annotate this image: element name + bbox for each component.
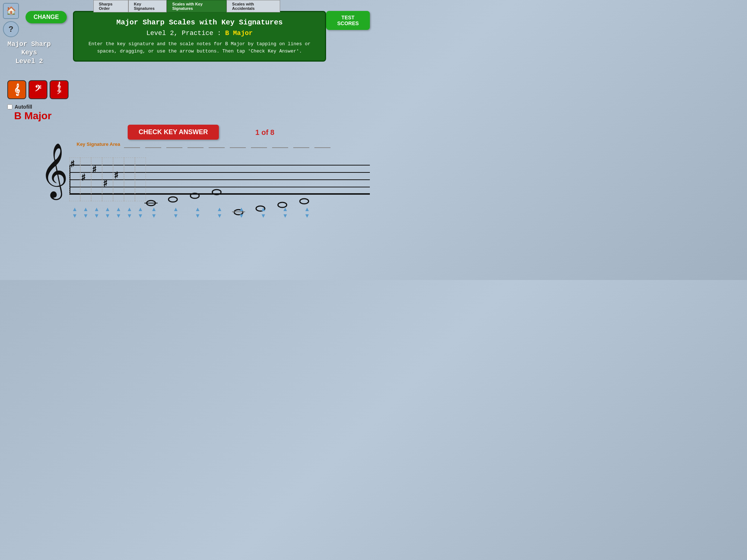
- arrow-down-3[interactable]: ▼: [94, 213, 100, 219]
- scale-arrow-col-8: ▲ ▼: [302, 206, 312, 219]
- note-cs[interactable]: [168, 196, 178, 205]
- home-button[interactable]: 🏠: [3, 3, 19, 19]
- scale-arrow-down-2[interactable]: ▼: [173, 213, 179, 219]
- ledger-line: [124, 147, 140, 148]
- sharp-1: ♯: [70, 159, 75, 169]
- ledger-line: [293, 147, 309, 148]
- scale-arrow-down-1[interactable]: ▼: [151, 213, 157, 219]
- arrow-col-4: ▲ ▼: [102, 206, 113, 219]
- arrow-up-7[interactable]: ▲: [138, 206, 143, 213]
- key-sig-arrows: ▲ ▼ ▲ ▼ ▲ ▼ ▲ ▼ ▲ ▼ ▲ ▼: [69, 206, 146, 219]
- scale-arrow-up-4[interactable]: ▲: [217, 206, 222, 213]
- arrow-col-5: ▲ ▼: [113, 206, 124, 219]
- arrow-up-5[interactable]: ▲: [116, 206, 121, 213]
- key-sig-col-7[interactable]: [135, 158, 146, 201]
- tab-scales-key-signatures[interactable]: Scales with Key Signatures: [167, 0, 227, 12]
- arrow-down-6[interactable]: ▼: [127, 213, 132, 219]
- scale-arrow-down-4[interactable]: ▼: [217, 213, 222, 219]
- arrow-col-2: ▲ ▼: [80, 206, 91, 219]
- svg-point-1: [169, 197, 177, 202]
- arrow-up-2[interactable]: ▲: [83, 206, 89, 213]
- staff-area: 𝄞 ♯ ♯ ♯ ♯ ♯: [29, 142, 370, 230]
- scale-arrow-down-3[interactable]: ▼: [195, 213, 201, 219]
- arrow-col-6: ▲ ▼: [124, 206, 135, 219]
- key-name-label: B Major: [7, 110, 58, 122]
- scale-arrow-col-1: ▲ ▼: [149, 206, 159, 219]
- tab-sharps-order[interactable]: Sharps Order: [93, 0, 128, 12]
- clef-buttons-group: 𝄞 𝄢 𝄞𝄢: [7, 80, 69, 99]
- ledger-line: [187, 147, 204, 148]
- note-e[interactable]: [212, 188, 222, 197]
- sharp-3: ♯: [92, 165, 97, 174]
- arrow-down-5[interactable]: ▼: [116, 213, 121, 219]
- scale-arrow-col-5: ▲ ▼: [236, 206, 247, 219]
- ledger-line: [166, 147, 182, 148]
- scale-arrow-col-4: ▲ ▼: [214, 206, 225, 219]
- arrow-down-1[interactable]: ▼: [72, 213, 78, 219]
- scale-arrows: ▲ ▼ ▲ ▼ ▲ ▼ ▲ ▼ ▲ ▼ ▲ ▼: [149, 206, 312, 219]
- scale-arrow-col-3: ▲ ▼: [193, 206, 203, 219]
- autofill-checkbox[interactable]: [7, 104, 12, 109]
- ledger-line: [272, 147, 288, 148]
- note-ds[interactable]: [190, 192, 200, 201]
- scale-arrow-col-7: ▲ ▼: [280, 206, 290, 219]
- arrow-up-3[interactable]: ▲: [94, 206, 100, 213]
- sharp-5: ♯: [114, 171, 119, 180]
- help-button[interactable]: ?: [3, 21, 19, 37]
- scale-arrow-up-1[interactable]: ▲: [151, 206, 157, 213]
- scale-arrow-up-6[interactable]: ▲: [260, 206, 266, 213]
- main-instruction-box: Major Sharp Scales with Key Signatures L…: [73, 11, 326, 62]
- arrow-up-6[interactable]: ▲: [127, 206, 132, 213]
- key-sig-col-6[interactable]: [124, 158, 135, 201]
- main-box-title: Major Sharp Scales with Key Signatures: [81, 18, 318, 27]
- scale-arrow-up-7[interactable]: ▲: [282, 206, 288, 213]
- treble-clef-symbol: 𝄞: [40, 147, 68, 194]
- ledger-line: [209, 147, 225, 148]
- top-nav: Sharps Order Key Signatures Scales with …: [93, 0, 280, 12]
- test-scores-button[interactable]: TEST SCORES: [326, 11, 370, 30]
- arrow-up-4[interactable]: ▲: [105, 206, 111, 213]
- scale-arrow-up-8[interactable]: ▲: [304, 206, 310, 213]
- tab-scales-accidentals[interactable]: Scales with Accidentals: [227, 0, 280, 12]
- treble-clef-button[interactable]: 𝄞: [7, 80, 26, 99]
- main-box-level: Level 2, Practice : B Major: [81, 30, 318, 37]
- scale-arrow-up-5[interactable]: ▲: [239, 206, 244, 213]
- scale-arrow-down-5[interactable]: ▼: [239, 213, 244, 219]
- scale-arrow-down-8[interactable]: ▼: [304, 213, 310, 219]
- arrow-col-1: ▲ ▼: [69, 206, 80, 219]
- arrow-col-7: ▲ ▼: [135, 206, 146, 219]
- ledger-line: [314, 147, 330, 148]
- ledger-line: [230, 147, 246, 148]
- home-icon: 🏠: [6, 6, 16, 16]
- sharp-4: ♯: [103, 179, 108, 188]
- ledger-lines-above: [124, 143, 366, 148]
- ledger-line: [145, 147, 161, 148]
- arrow-down-4[interactable]: ▼: [105, 213, 111, 219]
- progress-label: 1 of 8: [255, 128, 274, 137]
- autofill-group: Autofill: [7, 104, 32, 110]
- ledger-line: [251, 147, 267, 148]
- bass-clef-button[interactable]: 𝄢: [28, 80, 47, 99]
- left-panel-title: Major Sharp KeysLevel 2: [4, 40, 55, 66]
- change-button[interactable]: CHANGE: [26, 11, 67, 23]
- scale-arrow-up-3[interactable]: ▲: [195, 206, 201, 213]
- tab-key-signatures[interactable]: Key Signatures: [128, 0, 167, 12]
- scale-arrow-col-2: ▲ ▼: [171, 206, 181, 219]
- scale-arrow-up-2[interactable]: ▲: [173, 206, 179, 213]
- svg-point-3: [212, 190, 221, 195]
- note-b2[interactable]: [299, 198, 309, 206]
- scale-arrow-down-7[interactable]: ▼: [282, 213, 288, 219]
- combined-clef-button[interactable]: 𝄞𝄢: [50, 80, 69, 99]
- check-key-answer-button[interactable]: CHECK KEY ANSWER: [128, 125, 219, 140]
- arrow-up-1[interactable]: ▲: [72, 206, 78, 213]
- svg-point-7: [300, 199, 309, 204]
- staff-container: 𝄞 ♯ ♯ ♯ ♯ ♯: [29, 158, 370, 201]
- arrows-row: ▲ ▼ ▲ ▼ ▲ ▼ ▲ ▼ ▲ ▼ ▲ ▼: [69, 206, 370, 219]
- scale-arrow-down-6[interactable]: ▼: [260, 213, 266, 219]
- autofill-label: Autofill: [15, 104, 32, 110]
- arrow-down-7[interactable]: ▼: [138, 213, 143, 219]
- sharp-2: ♯: [81, 173, 86, 182]
- arrow-col-3: ▲ ▼: [91, 206, 102, 219]
- arrow-down-2[interactable]: ▼: [83, 213, 89, 219]
- svg-point-2: [190, 193, 199, 198]
